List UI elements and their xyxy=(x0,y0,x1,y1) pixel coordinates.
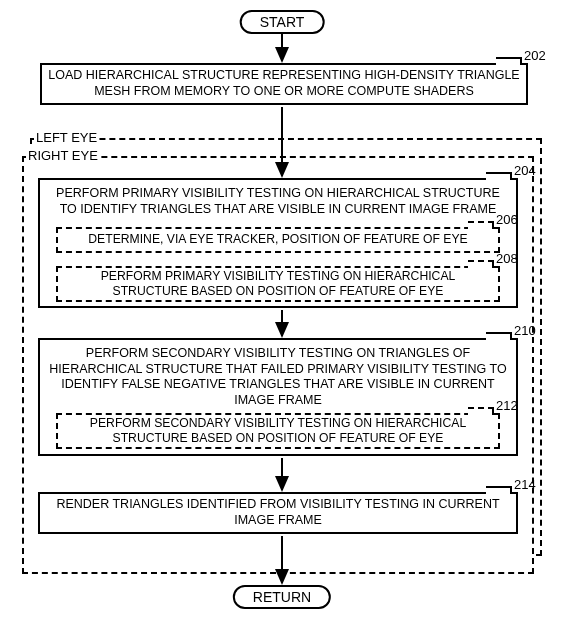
substep-text: PERFORM SECONDARY VISIBILITY TESTING ON … xyxy=(64,416,492,447)
step-render-triangles: RENDER TRIANGLES IDENTIFIED FROM VISIBIL… xyxy=(38,492,518,534)
ref-214: 214 xyxy=(514,477,536,492)
substep-eye-tracker: DETERMINE, VIA EYE TRACKER, POSITION OF … xyxy=(56,227,500,253)
ref-notch xyxy=(486,172,512,180)
left-eye-label: LEFT EYE xyxy=(34,130,99,145)
step-text: PERFORM PRIMARY VISIBILITY TESTING ON HI… xyxy=(48,186,508,217)
ref-notch xyxy=(468,221,494,229)
substep-text: PERFORM PRIMARY VISIBILITY TESTING ON HI… xyxy=(64,269,492,300)
ref-notch xyxy=(468,407,494,415)
substep-secondary-based-on-eye: PERFORM SECONDARY VISIBILITY TESTING ON … xyxy=(56,413,500,449)
step-text: RENDER TRIANGLES IDENTIFIED FROM VISIBIL… xyxy=(46,497,510,528)
ref-202: 202 xyxy=(524,48,546,63)
ref-notch xyxy=(468,260,494,268)
ref-204: 204 xyxy=(514,163,536,178)
substep-text: DETERMINE, VIA EYE TRACKER, POSITION OF … xyxy=(88,232,467,247)
ref-notch xyxy=(486,332,512,340)
start-terminal: START xyxy=(240,10,325,34)
step-text: PERFORM SECONDARY VISIBILITY TESTING ON … xyxy=(48,346,508,409)
flowchart: START LOAD HIERARCHICAL STRUCTURE REPRES… xyxy=(0,0,564,621)
substep-primary-based-on-eye: PERFORM PRIMARY VISIBILITY TESTING ON HI… xyxy=(56,266,500,302)
ref-212: 212 xyxy=(496,398,518,413)
step-load-structure: LOAD HIERARCHICAL STRUCTURE REPRESENTING… xyxy=(40,63,528,105)
start-label: START xyxy=(260,14,305,30)
return-terminal: RETURN xyxy=(233,585,331,609)
ref-210: 210 xyxy=(514,323,536,338)
ref-208: 208 xyxy=(496,251,518,266)
step-text: LOAD HIERARCHICAL STRUCTURE REPRESENTING… xyxy=(48,68,520,99)
ref-206: 206 xyxy=(496,212,518,227)
right-eye-label: RIGHT EYE xyxy=(26,148,100,163)
ref-notch xyxy=(486,486,512,494)
ref-notch xyxy=(496,57,522,65)
return-label: RETURN xyxy=(253,589,311,605)
